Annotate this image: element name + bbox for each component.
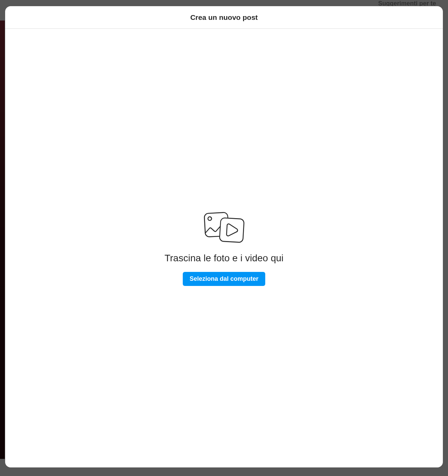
- modal-body-dropzone[interactable]: Trascina le foto e i video qui Seleziona…: [5, 29, 443, 467]
- drag-prompt-text: Trascina le foto e i video qui: [165, 253, 284, 264]
- modal-header: Crea un nuovo post: [5, 6, 443, 29]
- select-from-computer-button[interactable]: Seleziona dal computer: [183, 272, 265, 286]
- create-post-modal: Crea un nuovo post Trascina le foto e i …: [5, 6, 443, 467]
- modal-title: Crea un nuovo post: [190, 13, 258, 22]
- media-upload-icon: [202, 210, 246, 245]
